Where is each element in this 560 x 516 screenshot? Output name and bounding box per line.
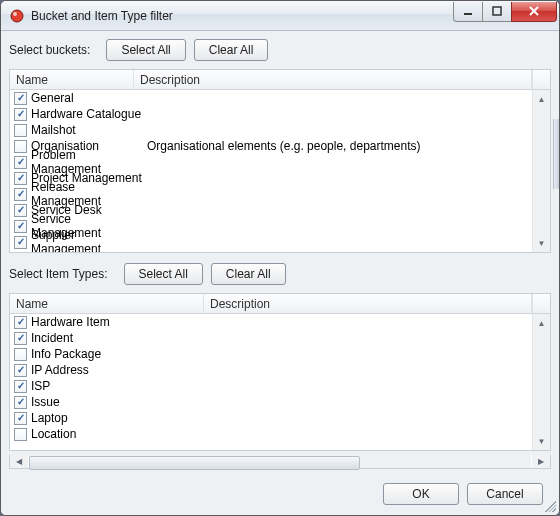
- list-item[interactable]: Supplier Management: [10, 234, 532, 250]
- scroll-up-icon[interactable]: ▲: [533, 314, 550, 332]
- item-name: ISP: [31, 379, 213, 393]
- itemtypes-col-name[interactable]: Name: [10, 294, 204, 313]
- checkbox[interactable]: [14, 396, 27, 409]
- itemtypes-grid-header: Name Description: [10, 294, 550, 314]
- checkbox[interactable]: [14, 428, 27, 441]
- scroll-down-icon[interactable]: ▼: [533, 234, 550, 252]
- buckets-header: Select buckets: Select All Clear All: [9, 37, 551, 65]
- checkbox[interactable]: [14, 140, 27, 153]
- itemtypes-vscroll[interactable]: ▲ ▼: [532, 314, 550, 450]
- checkbox[interactable]: [14, 124, 27, 137]
- list-item[interactable]: IP Address: [10, 362, 532, 378]
- svg-point-0: [11, 10, 23, 22]
- window-buttons: [454, 2, 557, 22]
- maximize-button[interactable]: [482, 2, 512, 22]
- buckets-grid-header: Name Description: [10, 70, 550, 90]
- item-name: Info Package: [31, 347, 213, 361]
- checkbox[interactable]: [14, 156, 27, 169]
- svg-rect-3: [493, 7, 501, 15]
- checkbox[interactable]: [14, 236, 27, 249]
- buckets-clear-all-button[interactable]: Clear All: [194, 39, 269, 61]
- item-name: Issue: [31, 395, 213, 409]
- cancel-button[interactable]: Cancel: [467, 483, 543, 505]
- list-item[interactable]: Hardware Catalogue: [10, 106, 532, 122]
- item-name: Laptop: [31, 411, 213, 425]
- list-item[interactable]: Hardware Item: [10, 314, 532, 330]
- checkbox[interactable]: [14, 348, 27, 361]
- buckets-col-name[interactable]: Name: [10, 70, 134, 89]
- buckets-label: Select buckets:: [9, 43, 98, 57]
- checkbox[interactable]: [14, 412, 27, 425]
- item-name: Hardware Item: [31, 315, 213, 329]
- buckets-grid: Name Description GeneralHardware Catalog…: [9, 69, 551, 253]
- checkbox[interactable]: [14, 316, 27, 329]
- item-name: IP Address: [31, 363, 213, 377]
- ok-button[interactable]: OK: [383, 483, 459, 505]
- checkbox[interactable]: [14, 204, 27, 217]
- buckets-select-all-button[interactable]: Select All: [106, 39, 185, 61]
- header-spacer: [532, 294, 550, 313]
- item-name: Hardware Catalogue: [31, 107, 143, 121]
- list-item[interactable]: Problem Management: [10, 154, 532, 170]
- client-area: Select buckets: Select All Clear All Nam…: [1, 31, 559, 515]
- scroll-right-icon[interactable]: ▶: [532, 455, 550, 468]
- list-item[interactable]: Issue: [10, 394, 532, 410]
- list-item[interactable]: Laptop: [10, 410, 532, 426]
- checkbox[interactable]: [14, 380, 27, 393]
- resize-grip[interactable]: [542, 498, 556, 512]
- window-title: Bucket and Item Type filter: [31, 9, 454, 23]
- checkbox[interactable]: [14, 172, 27, 185]
- list-item[interactable]: Info Package: [10, 346, 532, 362]
- scroll-left-icon[interactable]: ◀: [10, 455, 28, 468]
- itemtypes-grid-body: Hardware ItemIncidentInfo PackageIP Addr…: [10, 314, 550, 450]
- hscroll-track[interactable]: [29, 455, 531, 468]
- titlebar[interactable]: Bucket and Item Type filter: [1, 1, 559, 31]
- list-item[interactable]: Location: [10, 426, 532, 442]
- itemtypes-grid: Name Description Hardware ItemIncidentIn…: [9, 293, 551, 451]
- checkbox[interactable]: [14, 188, 27, 201]
- item-name: Supplier Management: [31, 228, 143, 252]
- item-name: General: [31, 91, 143, 105]
- list-item[interactable]: ISP: [10, 378, 532, 394]
- header-spacer: [532, 70, 550, 89]
- app-icon: [9, 8, 25, 24]
- itemtypes-hscroll[interactable]: ◀ ▶: [9, 455, 551, 469]
- itemtypes-label: Select Item Types:: [9, 267, 116, 281]
- list-item[interactable]: Release Management: [10, 186, 532, 202]
- svg-point-1: [13, 12, 17, 16]
- scroll-up-icon[interactable]: ▲: [533, 90, 550, 108]
- item-description: Organisational elements (e.g. people, de…: [147, 139, 421, 153]
- checkbox[interactable]: [14, 332, 27, 345]
- dialog-window: Bucket and Item Type filter Select bucke…: [0, 0, 560, 516]
- itemtypes-clear-all-button[interactable]: Clear All: [211, 263, 286, 285]
- itemtypes-col-description[interactable]: Description: [204, 294, 532, 313]
- buckets-col-description[interactable]: Description: [134, 70, 532, 89]
- scroll-down-icon[interactable]: ▼: [533, 432, 550, 450]
- item-name: Incident: [31, 331, 213, 345]
- checkbox[interactable]: [14, 364, 27, 377]
- list-item[interactable]: Mailshot: [10, 122, 532, 138]
- checkbox[interactable]: [14, 108, 27, 121]
- side-resize-handle[interactable]: [553, 119, 559, 189]
- item-name: Location: [31, 427, 213, 441]
- checkbox[interactable]: [14, 92, 27, 105]
- close-button[interactable]: [511, 2, 557, 22]
- list-item[interactable]: General: [10, 90, 532, 106]
- item-name: Mailshot: [31, 123, 143, 137]
- hscroll-thumb[interactable]: [29, 456, 360, 470]
- itemtypes-select-all-button[interactable]: Select All: [124, 263, 203, 285]
- minimize-button[interactable]: [453, 2, 483, 22]
- checkbox[interactable]: [14, 220, 27, 233]
- buckets-vscroll[interactable]: ▲ ▼: [532, 90, 550, 252]
- itemtypes-header: Select Item Types: Select All Clear All: [9, 261, 551, 289]
- footer: OK Cancel: [9, 473, 551, 509]
- list-item[interactable]: Incident: [10, 330, 532, 346]
- buckets-grid-body: GeneralHardware CatalogueMailshotOrganis…: [10, 90, 550, 252]
